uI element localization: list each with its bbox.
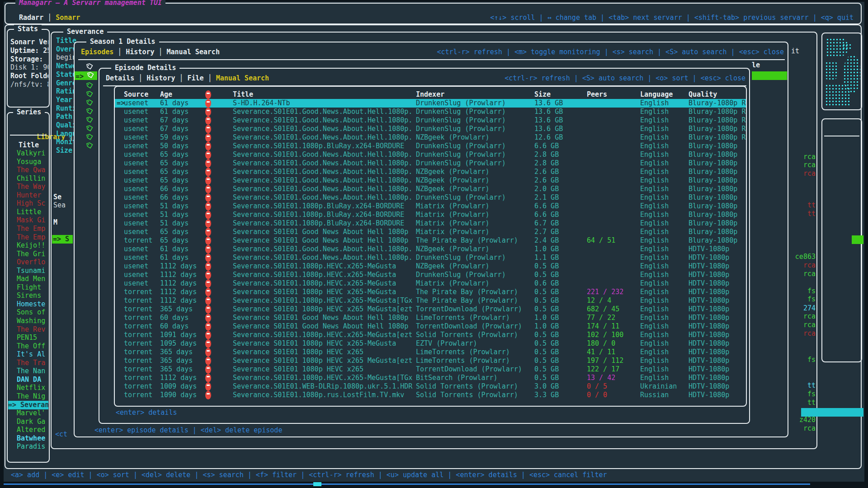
series-item[interactable]: Washing	[17, 317, 47, 325]
series-item[interactable]: Little	[17, 208, 47, 216]
search-result-row[interactable]: usenet66 daysSeverance.S01E01.Good.News.…	[115, 193, 746, 202]
season-tab-episodes[interactable]: Episodes	[81, 48, 113, 56]
series-item[interactable]: The Tra	[17, 359, 47, 367]
series-item[interactable]: High Sc	[17, 199, 47, 208]
search-result-row[interactable]: usenet59 daysSeverance.S01E01.Good.News.…	[115, 133, 746, 142]
series-item[interactable]: Paradis	[17, 442, 47, 451]
series-item[interactable]: The Emp	[17, 225, 47, 233]
result-age: 61 days	[160, 245, 204, 253]
result-source: torrent	[124, 331, 159, 339]
result-title: Severance.S01E01.1080p.HEVC.x265-MeGusta	[233, 279, 415, 288]
search-result-row[interactable]: usenet67 daysSeverance.S01E01.Good.News.…	[115, 125, 746, 133]
result-language: English	[640, 211, 688, 219]
series-item[interactable]: Marvel'	[17, 409, 47, 418]
result-title: Severance S01E01 1080p HEVC x265 MeGusta…	[233, 357, 415, 365]
search-result-row[interactable]: usenet65 daysSeverance.S01E01.Good.News.…	[115, 150, 746, 159]
search-result-row[interactable]: torrent1095 daysSeverance S01E01 1080p H…	[115, 339, 746, 348]
stat-line: /nfs/tv: 8	[10, 80, 48, 89]
series-item[interactable]: Sirens	[17, 291, 47, 300]
series-item[interactable]: The Off	[17, 342, 47, 351]
search-result-row[interactable]: usenet65 daysSeverance.S01E01.Good.News.…	[115, 176, 746, 185]
search-result-row[interactable]: usenet61 daysSeverance.S01E01.Good.News.…	[115, 245, 746, 253]
episode-tab-file[interactable]: File	[188, 74, 204, 82]
search-result-row[interactable]: torrent1009 daysSeverance.S01E01.WEB-DLR…	[115, 382, 746, 391]
search-result-row[interactable]: torrent1112 daysSeverance.S01E01.1080p.H…	[115, 296, 746, 305]
search-result-row[interactable]: =>usenet61 daysS-HD.H.264-NTbDrunkenSlug…	[115, 99, 746, 108]
season-tab-history[interactable]: History	[126, 48, 154, 56]
series-item[interactable]: The Way	[17, 183, 47, 191]
result-rejected	[205, 279, 214, 288]
series-item[interactable]: The Emp	[17, 233, 47, 242]
top-keybinds: <↑↓> scroll | ↔ change tab | <tab> next …	[490, 14, 854, 22]
search-result-row[interactable]: torrent1112 daysSeverance S01E01 1080p H…	[115, 288, 746, 296]
tab-radarr[interactable]: Radarr	[19, 14, 43, 22]
episode-tab-manual-search[interactable]: Manual Search	[216, 74, 269, 82]
series-item[interactable]: Hunter	[17, 191, 47, 200]
series-item[interactable]: Chillin	[17, 174, 47, 183]
search-result-row[interactable]: torrent65 daysSeverance S01E01 Good News…	[115, 236, 746, 245]
library-row-fragment: rca	[803, 329, 816, 338]
series-item-selected[interactable]: => Severan	[8, 401, 48, 409]
series-item[interactable]: The Qwa	[17, 166, 47, 174]
library-row-fragment: tt	[807, 399, 816, 407]
result-quality: HDTV-1080p	[689, 357, 747, 365]
search-result-row[interactable]: usenet1112 daysSeverance.S01E01.1080p.HE…	[115, 271, 746, 279]
series-item[interactable]: Overflo	[17, 258, 47, 267]
result-age: 66 days	[160, 193, 204, 202]
result-size: 1.0 GB	[534, 322, 584, 331]
result-title: Severance S01E01 Good News About Hell 10…	[233, 236, 415, 245]
episode-tab-details[interactable]: Details	[106, 74, 134, 82]
series-item[interactable]: Altered	[17, 426, 47, 434]
search-result-row[interactable]: torrent1090 daysSeverance.S01E01.1080p.r…	[115, 391, 746, 399]
series-item[interactable]: PEN15	[17, 333, 47, 342]
series-item[interactable]: Keijo!!	[17, 241, 47, 250]
search-result-row[interactable]: torrent60 daysSeverance S01E01 Good News…	[115, 314, 746, 322]
series-item[interactable]: The Nig	[17, 392, 47, 401]
search-result-row[interactable]: usenet65 daysSeverance.S01E01.Good.News.…	[115, 168, 746, 176]
series-item[interactable]: Yosuga	[17, 158, 47, 166]
tag-icon	[88, 71, 94, 79]
season-tab-manual-search[interactable]: Manual Search	[167, 48, 220, 56]
series-item[interactable]: DAN DA	[17, 375, 47, 384]
search-result-row[interactable]: usenet67 daysSeverance.S01E01.Good.News.…	[115, 116, 746, 125]
series-item[interactable]: Tsunami	[17, 267, 47, 275]
search-result-row[interactable]: torrent60 daysSeverance S01E01 Good News…	[115, 322, 746, 331]
series-item[interactable]: Mask Gi	[17, 216, 47, 225]
search-result-row[interactable]: usenet51 daysSeverance.S01E01.1080p.BluR…	[115, 202, 746, 211]
episode-tab-history[interactable]: History	[146, 74, 175, 82]
result-language: English	[640, 305, 688, 314]
series-item[interactable]: The Rev	[17, 325, 47, 334]
series-item[interactable]: The Gri	[17, 250, 47, 258]
series-item[interactable]: Flight	[17, 283, 47, 292]
search-result-row[interactable]: usenet1112 daysSeverance.S01E01.1080p.HE…	[115, 279, 746, 288]
series-item[interactable]: Batwhee	[17, 434, 47, 443]
search-result-row[interactable]: torrent365 daysSeverance S01E01 1080p HE…	[115, 365, 746, 374]
search-result-row[interactable]: torrent1091 daysSeverance.S01E01.1080p.H…	[115, 331, 746, 339]
search-result-row[interactable]: usenet65 daysSeverance S01E01 Good News …	[115, 228, 746, 236]
series-item[interactable]: It's Al	[17, 350, 47, 359]
search-result-row[interactable]: usenet51 daysSeverance.S01E01.1080p.BluR…	[115, 211, 746, 219]
series-item[interactable]: Mad Men	[17, 275, 47, 283]
series-item[interactable]: Netflix	[17, 384, 47, 392]
series-item[interactable]: Homeste	[17, 300, 47, 309]
search-result-row[interactable]: torrent1112 daysSeverance.S01E01.1080p.H…	[115, 374, 746, 382]
search-result-row[interactable]: usenet61 daysSeverance.S01E01.Good.News.…	[115, 253, 746, 262]
search-result-row[interactable]: usenet65 daysSeverance.S01E01.Good.News.…	[115, 159, 746, 168]
search-result-row[interactable]: usenet66 daysSeverance.S01E01.Good.News.…	[115, 185, 746, 193]
series-item[interactable]: Dark Ga	[17, 418, 47, 426]
search-result-row[interactable]: usenet50 daysSeverance.S01E01.1080p.BluR…	[115, 142, 746, 150]
search-result-row[interactable]: usenet51 daysSeverance.S01E01.1080p.BluR…	[115, 219, 746, 228]
search-result-row[interactable]: torrent365 daysSeverance S01E01 1080p HE…	[115, 305, 746, 314]
series-item[interactable]: Valkyri	[17, 149, 47, 158]
tab-sonarr[interactable]: Sonarr	[56, 14, 80, 22]
search-result-row[interactable]: usenet61 daysSeverance.S01E01.Good.News.…	[115, 108, 746, 116]
series-item[interactable]: The Nan	[17, 367, 47, 375]
episode-modal-tabs: Details│History│File│Manual Search	[106, 74, 269, 82]
season-tabs-divider	[78, 59, 785, 60]
result-language: English	[640, 202, 688, 211]
series-item[interactable]: Sons of	[17, 308, 47, 317]
search-result-row[interactable]: usenet1112 daysSeverance.S01E01.1080p.HE…	[115, 262, 746, 271]
search-result-row[interactable]: torrent365 daysSeverance S01E01 1080p HE…	[115, 348, 746, 357]
result-quality: HDTV-1080p	[689, 314, 747, 322]
search-result-row[interactable]: torrent365 daysSeverance S01E01 1080p HE…	[115, 357, 746, 365]
